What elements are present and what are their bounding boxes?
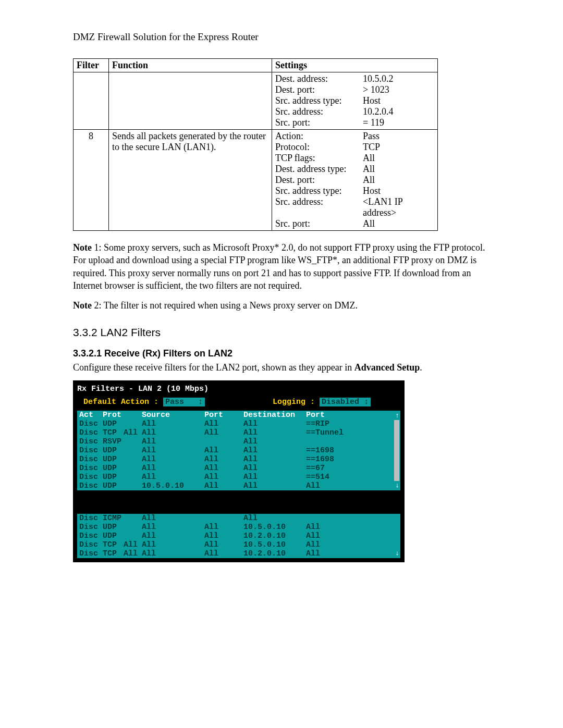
note-1: Note 1: Some proxy servers, such as Micr… [73, 241, 495, 292]
function-cell: Sends all packets generated by the route… [109, 130, 272, 231]
filter-row[interactable]: DiscUDPAllAllAll==514 [77, 473, 400, 482]
filter-row[interactable]: DiscUDPAllAll10.2.0.10All [77, 532, 400, 540]
default-action-value[interactable]: Pass ↕ [163, 398, 205, 406]
filter-row[interactable]: DiscUDPAllAllAll==67 [77, 464, 400, 473]
th-filter: Filter [74, 59, 109, 72]
function-cell [109, 72, 272, 130]
th-function: Function [109, 59, 272, 72]
filter-row[interactable]: DiscTCPAllAllAll10.5.0.10All [77, 540, 400, 549]
filter-cell: 8 [74, 130, 109, 231]
filters-table: Filter Function Settings Dest. address:1… [73, 58, 438, 231]
scroll-down-icon[interactable]: ↓ [395, 482, 399, 489]
terminal-table-1: Act Prot Source Port Destination Port Di… [77, 411, 400, 490]
default-action-label: Default Action : [83, 398, 158, 406]
intro-line: Configure these receive filters for the … [73, 362, 495, 373]
continuation-arrow-icon: ⇩ [77, 496, 400, 509]
scrollbar[interactable] [394, 420, 399, 481]
filter-row[interactable]: DiscTCPAllAllAll10.2.0.10All [77, 549, 400, 558]
filter-row[interactable]: DiscICMPAllAll [77, 514, 400, 523]
scroll-down-icon[interactable]: ↓ [395, 549, 399, 557]
terminal-title: Rx Filters - LAN 2 (10 Mbps) [77, 385, 400, 393]
filter-row[interactable]: DiscUDP10.5.0.10AllAllAll [77, 482, 400, 490]
note-2: Note 2: The filter is not required when … [73, 299, 495, 312]
logging-value[interactable]: Disabled ↕ [320, 398, 371, 406]
filter-row[interactable]: DiscUDPAllAllAll==1698 [77, 455, 400, 464]
filter-row[interactable]: DiscTCPAllAllAllAll==Tunnel [77, 428, 400, 437]
section-3-3-2-1: 3.3.2.1 Receive (Rx) Filters on LAN2 [73, 348, 495, 359]
terminal-table-2: DiscICMPAllAllDiscUDPAllAll10.5.0.10AllD… [77, 514, 400, 558]
filter-row[interactable]: DiscUDPAllAll10.5.0.10All [77, 523, 400, 532]
settings-cell: Dest. address:10.5.0.2Dest. port:> 1023S… [272, 72, 438, 130]
section-3-3-2: 3.3.2 LAN2 Filters [73, 326, 495, 339]
logging-label: Logging : [273, 398, 315, 406]
filter-row[interactable]: DiscUDPAllAllAll==RIP [77, 419, 400, 428]
page-header: DMZ Firewall Solution for the Express Ro… [73, 31, 495, 43]
scroll-up-icon[interactable]: ↑ [395, 412, 399, 419]
filter-cell [74, 72, 109, 130]
th-settings: Settings [272, 59, 438, 72]
filter-row[interactable]: DiscRSVPAllAll [77, 437, 400, 446]
settings-cell: Action:PassProtocol:TCPTCP flags:AllDest… [272, 130, 438, 231]
terminal-window: Rx Filters - LAN 2 (10 Mbps) Default Act… [73, 380, 405, 562]
filter-row[interactable]: DiscUDPAllAllAll==1698 [77, 446, 400, 455]
